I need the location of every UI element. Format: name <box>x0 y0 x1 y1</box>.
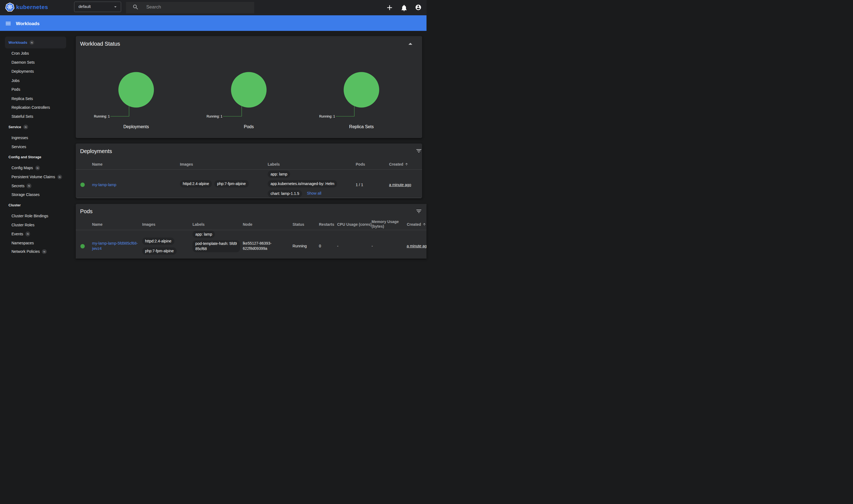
svg-text:Pods: Pods <box>244 124 253 129</box>
svg-text:Replica Sets: Replica Sets <box>349 124 374 129</box>
svg-text:Running: 1: Running: 1 <box>94 114 110 118</box>
svg-text:Running: 1: Running: 1 <box>207 114 222 118</box>
svg-text:Running: 1: Running: 1 <box>319 114 335 118</box>
svg-text:Deployments: Deployments <box>123 124 149 129</box>
